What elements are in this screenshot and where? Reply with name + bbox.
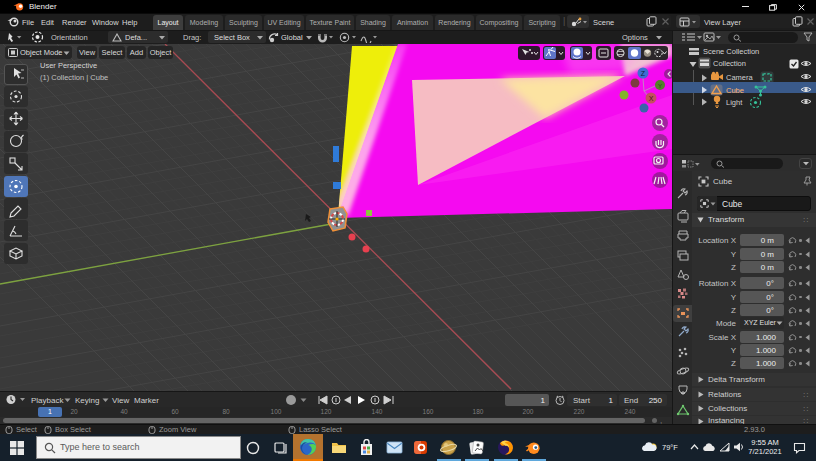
svg-text:X: X — [649, 95, 654, 102]
svg-text:Y: Y — [658, 83, 662, 89]
svg-text:Z: Z — [641, 70, 646, 77]
